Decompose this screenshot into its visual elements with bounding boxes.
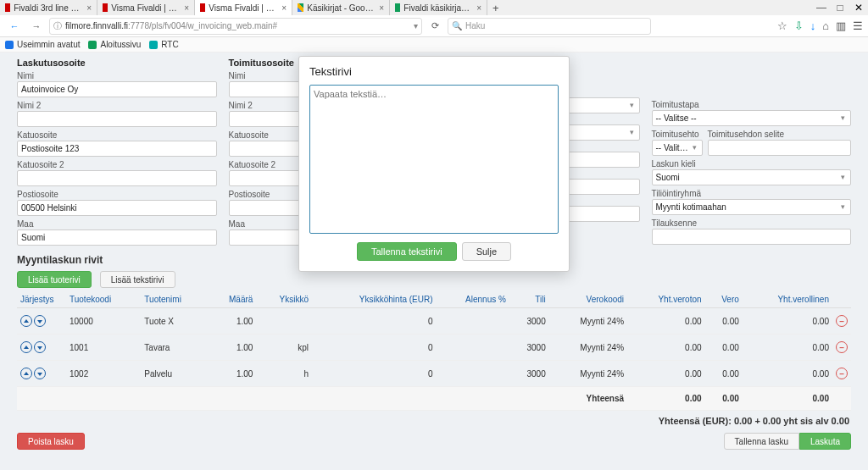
browser-tab[interactable]: Käsikirjat - Google Drive×	[292, 0, 390, 15]
search-bar[interactable]: 🔍 Haku	[448, 18, 651, 35]
browser-tab-strip: Fivaldi 3rd line - Visma's JI…× Visma Fi…	[0, 0, 868, 15]
favicon-icon	[5, 3, 10, 12]
close-tab-icon[interactable]: ×	[379, 3, 384, 13]
home-icon[interactable]: ⌂	[822, 19, 829, 32]
window-close-icon[interactable]: ✕	[849, 2, 868, 14]
bookmark-rtc[interactable]: RTC	[149, 40, 178, 49]
downloads-icon[interactable]: ↓	[810, 19, 816, 32]
modal-title: Tekstirivi	[309, 65, 559, 78]
site-info-icon[interactable]: ⓘ	[53, 20, 62, 32]
close-tab-icon[interactable]: ×	[281, 3, 287, 13]
text-row-textarea[interactable]	[309, 85, 559, 234]
address-bar[interactable]: ⓘ filmore.finnvalli.fi:7778/pls/fv004/w_…	[49, 18, 422, 35]
bookmark-aloitussivu[interactable]: Aloitussivu	[88, 40, 141, 49]
text-row-modal: Tekstirivi Tallenna tekstirivi Sulje	[298, 56, 570, 272]
bookmark-star-icon[interactable]: ☆	[777, 19, 787, 32]
window-minimize-icon[interactable]: —	[812, 2, 831, 14]
browser-tab-active[interactable]: Visma Fivaldi | WebLaskutus×	[195, 0, 292, 15]
sidebar-icon[interactable]: ▥	[836, 19, 846, 32]
menu-icon[interactable]: ☰	[853, 19, 863, 32]
save-text-row-button[interactable]: Tallenna tekstirivi	[357, 242, 457, 261]
forward-button[interactable]: →	[27, 17, 46, 36]
close-tab-icon[interactable]: ×	[86, 3, 92, 13]
bookmark-icon	[5, 41, 14, 49]
new-tab-button[interactable]: +	[487, 2, 504, 14]
reload-button[interactable]: ⟳	[426, 17, 444, 36]
search-icon: 🔍	[452, 21, 462, 30]
url-dropdown-icon[interactable]: ▾	[414, 21, 418, 30]
close-tab-icon[interactable]: ×	[476, 3, 481, 13]
browser-tab[interactable]: Fivaldi 3rd line - Visma's JI…×	[0, 0, 97, 15]
favicon-icon	[298, 3, 303, 12]
close-modal-button[interactable]: Sulje	[462, 242, 511, 261]
window-maximize-icon[interactable]: □	[831, 2, 849, 14]
favicon-icon	[200, 3, 205, 12]
browser-toolbar: ← → ⓘ filmore.finnvalli.fi:7778/pls/fv00…	[0, 15, 868, 37]
bookmark-icon	[88, 41, 97, 49]
browser-tab[interactable]: Fivaldi käsikirja muutokset…×	[390, 0, 487, 15]
close-tab-icon[interactable]: ×	[184, 3, 189, 13]
bookmark-icon	[149, 41, 158, 49]
bookmarks-bar: Useimmin avatut Aloitussivu RTC	[0, 37, 868, 53]
favicon-icon	[395, 3, 400, 12]
pocket-icon[interactable]: ⇩	[794, 19, 804, 32]
favicon-icon	[103, 3, 108, 12]
browser-tab[interactable]: Visma Fivaldi | WebLaskutus×	[97, 0, 195, 15]
bookmark-most-visited[interactable]: Useimmin avatut	[5, 40, 80, 49]
back-button[interactable]: ←	[5, 17, 24, 36]
